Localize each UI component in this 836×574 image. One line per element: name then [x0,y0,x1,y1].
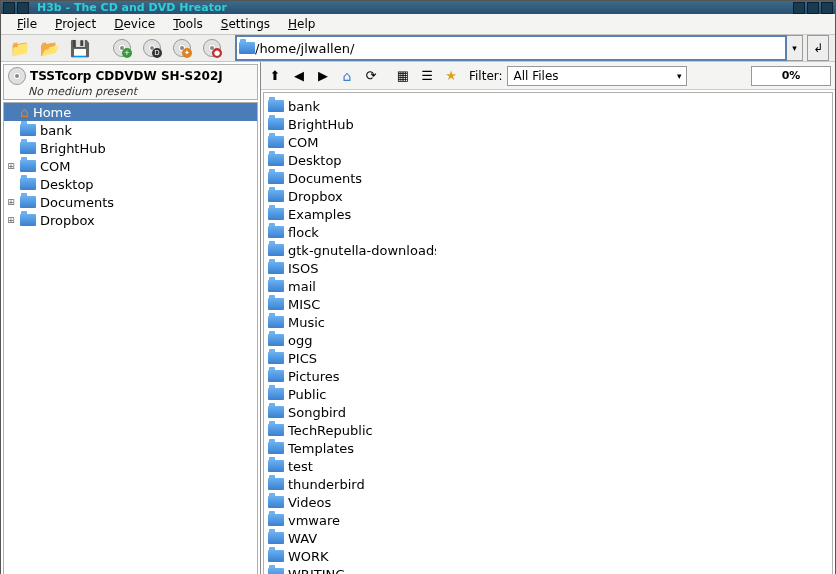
folder-icon [268,244,284,256]
folder-icon [268,352,284,364]
tree-item[interactable]: bank [4,121,257,139]
tree-home[interactable]: ⌂Home [4,103,257,121]
folder-icon [268,496,284,508]
tree-item[interactable]: BrightHub [4,139,257,157]
folder-icon [268,136,284,148]
folder-item[interactable]: Pictures [268,367,374,385]
filter-dropdown[interactable]: All Files [507,66,687,86]
file-browser: TSSTcorp CDDVDW SH-S202J No medium prese… [1,62,835,574]
folder-item[interactable]: Songbird [268,403,374,421]
disc-action-2[interactable]: D [139,35,165,61]
nav-back[interactable]: ◀ [289,66,309,86]
folder-icon [239,42,255,54]
folder-item[interactable]: WRITING [268,565,374,574]
disc-action-3[interactable]: ✦ [169,35,195,61]
window-title: H3b - The CD and DVD Hreator [37,1,227,14]
file-grid: bankBrightHubCOMDesktopDocumentsDropboxE… [263,92,833,574]
stick-button[interactable] [17,2,29,14]
menu-file[interactable]: File [9,14,45,34]
folder-item[interactable]: gtk-gnutella-downloads [268,241,436,259]
menubar: File Project Device Tools Settings Help [1,14,835,35]
tree-item[interactable]: ⊞Documents [4,193,257,211]
device-header[interactable]: TSSTcorp CDDVDW SH-S202J No medium prese… [3,64,258,100]
folder-item[interactable]: test [268,457,374,475]
nav-toolbar: ⬆ ◀ ▶ ⌂ ⟳ ▦ ☰ ★ Filter: All Files 0% [261,62,835,90]
nav-forward[interactable]: ▶ [313,66,333,86]
folder-item[interactable]: thunderbird [268,475,374,493]
folder-icon [20,178,36,190]
folder-item[interactable]: Examples [268,205,368,223]
folder-icon [268,262,284,274]
folder-icon [268,424,284,436]
minimize-button[interactable] [793,2,805,14]
nav-refresh[interactable]: ⟳ [361,66,381,86]
view-icons[interactable]: ▦ [393,66,413,86]
go-button[interactable]: ↲ [807,35,829,61]
new-project-button[interactable]: 📁 [7,35,33,61]
folder-item[interactable]: Templates [268,439,374,457]
folder-icon [268,172,284,184]
menu-project[interactable]: Project [47,14,104,34]
folder-item[interactable]: Dropbox [268,187,368,205]
close-button[interactable] [821,2,833,14]
menu-device[interactable]: Device [106,14,163,34]
path-input[interactable] [255,38,783,58]
folder-icon [268,568,284,574]
folder-item[interactable]: Videos [268,493,374,511]
folder-item[interactable]: vmware [268,511,374,529]
disc-action-1[interactable]: + [109,35,135,61]
menu-tools[interactable]: Tools [165,14,211,34]
folder-item[interactable]: Public [268,385,374,403]
folder-icon [268,406,284,418]
folder-item[interactable]: TechRepublic [268,421,374,439]
folder-item[interactable]: WORK [268,547,374,565]
folder-item[interactable]: MISC [268,295,436,313]
main-toolbar: 📁 📂 💾 + D ✦ ● ▾ ↲ [1,35,835,62]
folder-item[interactable]: BrightHub [268,115,368,133]
folder-icon [268,154,284,166]
tree-item[interactable]: ⊞COM [4,157,257,175]
save-button[interactable]: 💾 [67,35,93,61]
folder-icon [268,118,284,130]
folder-icon [268,460,284,472]
tree-item[interactable]: Desktop [4,175,257,193]
folder-item[interactable]: bank [268,97,368,115]
nav-up[interactable]: ⬆ [265,66,285,86]
left-pane: TSSTcorp CDDVDW SH-S202J No medium prese… [1,62,261,574]
folder-icon [268,298,284,310]
disc-action-4[interactable]: ● [199,35,225,61]
device-name: TSSTcorp CDDVDW SH-S202J [30,69,223,83]
folder-item[interactable]: Desktop [268,151,368,169]
folder-item[interactable]: Music [268,313,436,331]
menu-settings[interactable]: Settings [213,14,278,34]
maximize-button[interactable] [807,2,819,14]
folder-icon [268,550,284,562]
right-pane: ⬆ ◀ ▶ ⌂ ⟳ ▦ ☰ ★ Filter: All Files 0% ban… [261,62,835,574]
folder-item[interactable]: ogg [268,331,436,349]
nav-home[interactable]: ⌂ [337,66,357,86]
folder-item[interactable]: PICS [268,349,374,367]
folder-icon [268,316,284,328]
folder-icon [268,208,284,220]
folder-icon [268,442,284,454]
folder-icon [268,532,284,544]
bookmark-button[interactable]: ★ [441,66,461,86]
tree-item[interactable]: ⊞Dropbox [4,211,257,229]
open-button[interactable]: 📂 [37,35,63,61]
folder-item[interactable]: ISOS [268,259,436,277]
folder-icon [268,190,284,202]
folder-item[interactable]: mail [268,277,436,295]
titlebar: H3b - The CD and DVD Hreator [1,1,835,14]
folder-item[interactable]: Documents [268,169,368,187]
folder-item[interactable]: COM [268,133,368,151]
progress-indicator: 0% [751,66,831,86]
folder-item[interactable]: WAV [268,529,374,547]
filter-label: Filter: [469,69,503,83]
view-list[interactable]: ☰ [417,66,437,86]
sysmenu-button[interactable] [3,2,15,14]
path-dropdown[interactable]: ▾ [787,35,803,61]
folder-item[interactable]: flock [268,223,436,241]
menu-help[interactable]: Help [280,14,323,34]
folder-icon [268,388,284,400]
home-icon: ⌂ [20,104,29,120]
